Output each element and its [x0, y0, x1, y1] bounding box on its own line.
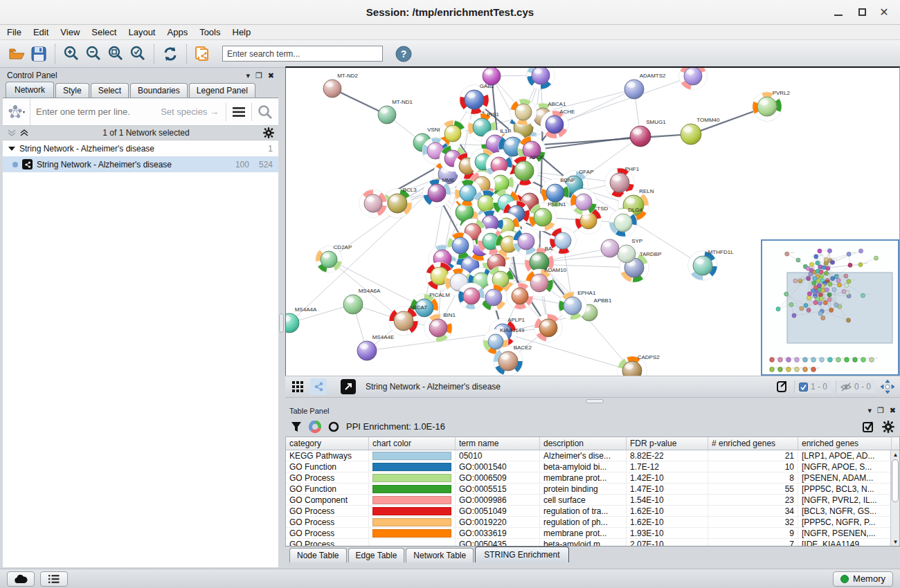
minimize-button[interactable]: [829, 6, 847, 19]
float-panel-icon[interactable]: ❐: [255, 71, 262, 80]
table-scrollbar[interactable]: ▲ ▼: [890, 450, 899, 546]
collapse-triangle-icon[interactable]: [8, 146, 15, 151]
detach-view-button[interactable]: [341, 379, 356, 394]
menu-select[interactable]: Select: [91, 27, 116, 37]
search-input[interactable]: [222, 46, 383, 62]
float-panel-icon[interactable]: ❐: [877, 406, 884, 415]
network-node[interactable]: [447, 232, 474, 259]
scroll-thumb[interactable]: [892, 459, 899, 502]
set-species-hint[interactable]: Set species →: [161, 107, 219, 117]
string-protein-query-button[interactable]: [3, 98, 30, 125]
tab-network[interactable]: Network: [6, 82, 54, 98]
table-row[interactable]: GO ComponentGO:0009986cell surface1.54E-…: [286, 495, 899, 506]
string-search-button[interactable]: [252, 101, 278, 123]
column-header-description[interactable]: description: [540, 437, 627, 450]
zoom-in-button[interactable]: [60, 43, 82, 65]
tab-network-table[interactable]: Network Table: [406, 548, 474, 562]
network-node-pvrl2[interactable]: PVRL2: [753, 90, 791, 121]
network-node[interactable]: [507, 283, 533, 309]
network-node-mthfd1l[interactable]: MTHFD1L: [688, 249, 734, 280]
scroll-down-arrow[interactable]: ▼: [891, 538, 899, 546]
zoom-fit-button[interactable]: [105, 43, 127, 65]
maximize-button[interactable]: [853, 6, 871, 19]
export-view-button[interactable]: [773, 378, 790, 395]
network-node[interactable]: [527, 68, 555, 89]
tab-legend-panel[interactable]: Legend Panel: [189, 83, 255, 98]
navigate-button[interactable]: [879, 378, 896, 395]
vertical-splitter[interactable]: [278, 68, 285, 569]
column-header-chart-color[interactable]: chart color: [369, 437, 456, 450]
expand-all-icon[interactable]: [19, 129, 29, 137]
tab-boundaries[interactable]: Boundaries: [130, 83, 188, 98]
table-row[interactable]: GO ProcessGO:0050435beta-amyloid m...2.0…: [286, 539, 899, 546]
checkbox-icon[interactable]: [799, 383, 808, 392]
collapse-all-icon[interactable]: [7, 129, 17, 137]
grid-view-button[interactable]: [289, 378, 306, 395]
network-node-ms4a4e[interactable]: MS4A4E: [357, 334, 394, 360]
network-node-cadps2[interactable]: CADPS2: [618, 354, 660, 376]
network-node[interactable]: [359, 190, 387, 217]
network-node-gab2[interactable]: GAB2: [460, 83, 495, 114]
network-node-adamts2[interactable]: ADAMTS2: [624, 73, 666, 99]
menu-tools[interactable]: Tools: [199, 27, 220, 37]
close-button[interactable]: ✕: [875, 6, 893, 19]
tab-string-enrichment[interactable]: STRING Enrichment: [475, 546, 568, 562]
filter-icon[interactable]: [291, 421, 302, 432]
share-view-button[interactable]: [310, 378, 327, 395]
panel-menu-icon[interactable]: ▾: [867, 406, 872, 415]
close-panel-icon[interactable]: ✖: [890, 406, 896, 415]
network-node[interactable]: [534, 314, 562, 342]
menu-file[interactable]: File: [7, 27, 21, 37]
menu-edit[interactable]: Edit: [33, 27, 48, 37]
menu-help[interactable]: Help: [233, 27, 251, 37]
table-row[interactable]: GO ProcessGO:0019220regulation of ph...1…: [286, 517, 899, 528]
birdseye-view[interactable]: [761, 239, 899, 376]
refresh-button[interactable]: [159, 43, 181, 65]
network-node[interactable]: [483, 68, 501, 85]
network-node-ms4a6a[interactable]: MS4A6A: [343, 288, 381, 314]
eye-slash-icon[interactable]: [840, 383, 852, 392]
network-node[interactable]: [510, 99, 537, 125]
network-node[interactable]: [513, 228, 539, 255]
network-node-dlg4[interactable]: DLG4: [609, 207, 643, 237]
help-button[interactable]: ?: [393, 43, 415, 65]
tab-style[interactable]: Style: [55, 83, 89, 98]
query-options-button[interactable]: [226, 101, 251, 123]
table-row[interactable]: GO ProcessGO:0006509membrane prot...1.42…: [286, 472, 899, 484]
column-header-FDR-p-value[interactable]: FDR p-value: [627, 437, 708, 450]
gear-icon[interactable]: [882, 421, 894, 433]
tab-node-table[interactable]: Node Table: [289, 548, 347, 562]
network-node[interactable]: [458, 283, 485, 309]
network-node-smug1[interactable]: SMUG1: [630, 119, 666, 147]
network-canvas[interactable]: MT-ND2MT-ND1VSNL1GAB2ADAMTS2PVRL2TOMM40S…: [285, 66, 900, 376]
network-node[interactable]: [601, 239, 619, 257]
cloud-button[interactable]: [7, 571, 35, 587]
zoom-selected-button[interactable]: [127, 43, 149, 65]
network-node[interactable]: [550, 228, 576, 254]
string-terms-input[interactable]: [30, 106, 161, 118]
network-node[interactable]: [570, 189, 597, 215]
donut-chart-icon[interactable]: [309, 421, 321, 433]
splitter-handle[interactable]: [279, 313, 284, 333]
menu-layout[interactable]: Layout: [128, 27, 155, 37]
tab-edge-table[interactable]: Edge Table: [348, 548, 405, 562]
gear-icon[interactable]: [263, 127, 274, 138]
network-node-mt-nd2[interactable]: MT-ND2: [323, 73, 358, 98]
column-header-enriched-genes[interactable]: enriched genes: [798, 437, 892, 450]
horizontal-splitter[interactable]: [285, 398, 900, 405]
splitter-handle[interactable]: [586, 399, 604, 403]
network-node-tomm40[interactable]: TOMM40: [681, 117, 720, 145]
memory-button[interactable]: Memory: [833, 571, 893, 587]
network-node[interactable]: [679, 68, 707, 90]
scroll-up-arrow[interactable]: ▲: [891, 450, 899, 459]
network-node-psen1[interactable]: PSEN1: [529, 201, 566, 231]
close-panel-icon[interactable]: ✖: [268, 71, 274, 80]
menu-view[interactable]: View: [60, 27, 80, 37]
zoom-out-button[interactable]: [82, 43, 105, 65]
save-session-button[interactable]: [28, 43, 50, 65]
open-session-button[interactable]: [6, 43, 28, 65]
task-list-button[interactable]: [40, 571, 68, 587]
column-header-term-name[interactable]: term name: [456, 437, 540, 450]
network-node-mt-nd1[interactable]: MT-ND1: [378, 99, 413, 124]
network-collection-row[interactable]: String Network - Alzheimer's disease 1: [3, 140, 278, 156]
